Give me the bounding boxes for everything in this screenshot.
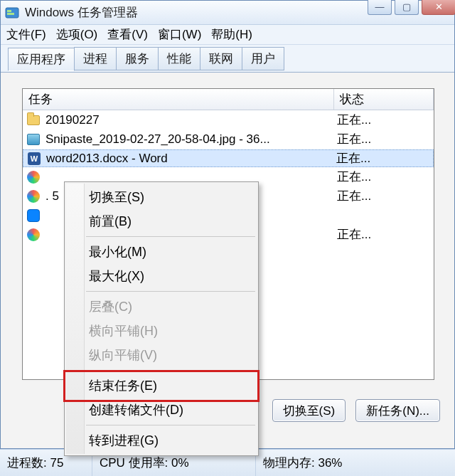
image-icon bbox=[26, 132, 41, 147]
menu-window[interactable]: 窗口(W) bbox=[158, 26, 201, 43]
ctx-end-task[interactable]: 结束任务(E) bbox=[66, 374, 257, 398]
ctx-minimize[interactable]: 最小化(M) bbox=[66, 240, 257, 264]
caption-buttons: — ▢ ✕ bbox=[368, 0, 455, 15]
minimize-button[interactable]: — bbox=[368, 0, 392, 15]
menu-view[interactable]: 查看(V) bbox=[107, 26, 148, 43]
task-state: 正在... bbox=[334, 169, 434, 185]
close-button[interactable]: ✕ bbox=[422, 0, 455, 15]
list-item[interactable]: Snipaste_2019-02-27_20-58-04.jpg - 36...… bbox=[23, 129, 434, 149]
list-header: 任务 状态 bbox=[23, 89, 434, 110]
task-state: 正在... bbox=[334, 226, 434, 243]
tab-networking[interactable]: 联网 bbox=[200, 47, 242, 70]
tab-performance[interactable]: 性能 bbox=[158, 47, 200, 70]
column-task[interactable]: 任务 bbox=[23, 89, 334, 110]
maximize-button[interactable]: ▢ bbox=[395, 0, 419, 15]
status-memory: 物理内存: 36% bbox=[256, 450, 455, 476]
menu-help[interactable]: 帮助(H) bbox=[211, 26, 252, 43]
ctx-maximize[interactable]: 最大化(X) bbox=[66, 264, 257, 288]
app-icon-b bbox=[26, 208, 41, 223]
task-name: Snipaste_2019-02-27_20-58-04.jpg - 36... bbox=[46, 132, 334, 147]
task-state: 正在... bbox=[333, 150, 433, 166]
column-state[interactable]: 状态 bbox=[334, 89, 434, 110]
ctx-cascade[interactable]: 层叠(C) bbox=[66, 295, 257, 319]
tab-applications[interactable]: 应用程序 bbox=[8, 48, 75, 71]
menu-options[interactable]: 选项(O) bbox=[56, 26, 98, 43]
ctx-goto-process[interactable]: 转到进程(G) bbox=[66, 428, 257, 453]
tab-processes[interactable]: 进程 bbox=[74, 47, 117, 70]
task-state: 正在... bbox=[334, 112, 434, 128]
ctx-tile-h[interactable]: 横向平铺(H) bbox=[66, 319, 257, 343]
list-item-selected[interactable]: W word2013.docx - Word 正在... bbox=[23, 149, 434, 167]
context-menu-separator bbox=[86, 236, 255, 237]
app-icon-a bbox=[26, 169, 41, 185]
task-name: word2013.docx - Word bbox=[46, 152, 333, 166]
tabs: 应用程序 进程 服务 性能 联网 用户 bbox=[1, 45, 454, 70]
bottom-buttons: 切换至(S) 新任务(N)... bbox=[272, 399, 440, 422]
ctx-switch-to[interactable]: 切换至(S) bbox=[66, 185, 257, 209]
list-item[interactable]: 20190227 正在... bbox=[23, 110, 434, 129]
app-icon-a bbox=[26, 189, 41, 204]
svg-rect-1 bbox=[7, 10, 11, 12]
svg-rect-2 bbox=[7, 13, 14, 15]
tab-users[interactable]: 用户 bbox=[242, 47, 284, 70]
context-menu-separator bbox=[86, 291, 255, 292]
new-task-button[interactable]: 新任务(N)... bbox=[355, 399, 440, 422]
titlebar: Windows 任务管理器 — ▢ ✕ bbox=[1, 1, 454, 25]
task-state: 正在... bbox=[334, 188, 434, 204]
context-menu-separator bbox=[86, 370, 255, 371]
context-menu-separator bbox=[86, 425, 255, 425]
tab-services[interactable]: 服务 bbox=[116, 47, 159, 70]
menu-file[interactable]: 文件(F) bbox=[6, 26, 46, 43]
app-icon bbox=[5, 6, 19, 20]
context-menu: 切换至(S) 前置(B) 最小化(M) 最大化(X) 层叠(C) 横向平铺(H)… bbox=[64, 181, 259, 456]
app-icon-a bbox=[26, 227, 41, 243]
ctx-tile-v[interactable]: 纵向平铺(V) bbox=[66, 343, 257, 367]
ctx-bring-front[interactable]: 前置(B) bbox=[66, 209, 257, 233]
menubar: 文件(F) 选项(O) 查看(V) 窗口(W) 帮助(H) bbox=[1, 25, 454, 45]
task-name: 20190227 bbox=[46, 113, 334, 127]
switch-to-button[interactable]: 切换至(S) bbox=[272, 399, 346, 422]
task-state: 正在... bbox=[334, 131, 434, 147]
folder-icon bbox=[26, 112, 41, 128]
ctx-create-dump[interactable]: 创建转储文件(D) bbox=[66, 398, 257, 422]
word-icon: W bbox=[26, 151, 42, 166]
